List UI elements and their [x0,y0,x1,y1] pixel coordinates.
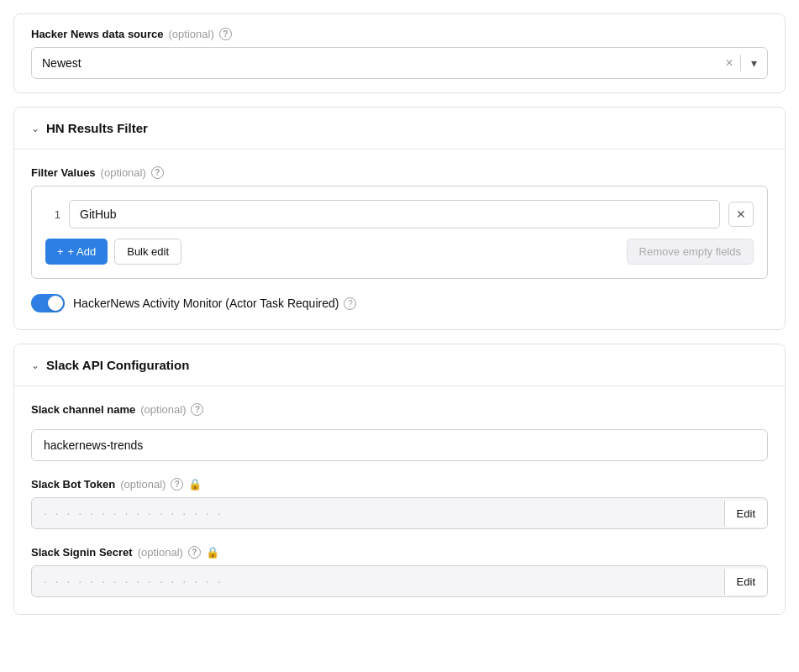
toggle-track [31,294,65,312]
hn-filter-section-title: HN Results Filter [46,121,148,135]
add-filter-button[interactable]: + + Add [45,239,108,265]
filter-actions: + + Add Bulk edit Remove empty fields [45,239,754,265]
hn-results-filter-header: ⌄ HN Results Filter [14,108,785,150]
datasource-optional: (optional) [169,28,214,40]
filter-actions-left: + + Add Bulk edit [45,239,181,265]
filter-row: 1 ✕ [45,200,754,228]
filter-delete-icon: ✕ [736,207,746,221]
slack-signin-secret-label: Slack Signin Secret (optional) ? 🔒 [31,546,768,559]
activity-monitor-help-icon[interactable]: ? [344,297,356,310]
datasource-block: Hacker News data source (optional) ? New… [14,14,785,92]
remove-empty-button: Remove empty fields [627,239,754,265]
slack-signin-secret-dots: · · · · · · · · · · · · · · · · [32,566,724,596]
slack-channel-label-text: Slack channel name [31,403,135,416]
slack-signin-secret-lock-icon: 🔒 [206,546,219,559]
hn-filter-chevron-icon[interactable]: ⌄ [31,123,39,134]
filter-values-label-text: Filter Values [31,166,96,179]
slack-channel-help-icon[interactable]: ? [191,403,203,416]
datasource-label-text: Hacker News data source [31,28,164,40]
datasource-value: Newest [32,48,718,78]
slack-signin-secret-help-icon[interactable]: ? [188,546,201,559]
activity-monitor-label: HackerNews Activity Monitor (Actor Task … [73,297,356,310]
datasource-section: Hacker News data source (optional) ? New… [13,13,786,93]
slack-channel-optional: (optional) [140,403,186,416]
slack-bot-token-lock-icon: 🔒 [188,478,202,491]
slack-config-chevron-icon[interactable]: ⌄ [31,360,39,371]
filter-delete-button[interactable]: ✕ [728,202,754,227]
slack-signin-secret-field-block: Slack Signin Secret (optional) ? 🔒 · · ·… [31,546,768,597]
slack-bot-token-optional: (optional) [120,478,166,491]
slack-bot-token-edit-button[interactable]: Edit [724,501,767,527]
datasource-chevron-icon[interactable]: ▾ [741,50,767,76]
slack-config-section-title: Slack API Configuration [46,358,189,372]
slack-config-header: ⌄ Slack API Configuration [14,344,785,386]
slack-channel-field-block: Slack channel name (optional) ? [31,403,768,461]
activity-monitor-label-text: HackerNews Activity Monitor (Actor Task … [73,297,339,310]
slack-bot-token-dots: · · · · · · · · · · · · · · · · [32,498,724,528]
slack-channel-label: Slack channel name (optional) ? [31,403,768,416]
hn-results-filter-section: ⌄ HN Results Filter Filter Values (optio… [13,107,786,330]
filter-values-box: 1 ✕ + + Add Bulk edit Remove empty field… [31,186,768,279]
datasource-select[interactable]: Newest ✕ ▾ [31,47,768,79]
add-icon: + [57,245,64,258]
slack-signin-secret-edit-button[interactable]: Edit [724,569,767,595]
slack-bot-token-help-icon[interactable]: ? [171,478,183,491]
bulk-edit-button[interactable]: Bulk edit [114,239,181,265]
slack-bot-token-field-block: Slack Bot Token (optional) ? 🔒 · · · · ·… [31,478,768,529]
slack-bot-token-label-text: Slack Bot Token [31,478,115,491]
filter-row-num: 1 [45,208,60,221]
slack-signin-secret-input-wrapper: · · · · · · · · · · · · · · · · Edit [31,565,768,597]
slack-config-section: ⌄ Slack API Configuration Slack channel … [13,344,786,615]
slack-bot-token-label: Slack Bot Token (optional) ? 🔒 [31,478,768,491]
slack-signin-secret-optional: (optional) [138,546,183,559]
slack-signin-secret-label-text: Slack Signin Secret [31,546,133,559]
slack-config-body: Slack channel name (optional) ? Slack Bo… [14,386,785,614]
filter-values-optional: (optional) [101,166,146,179]
add-button-label: + Add [68,245,97,258]
slack-bot-token-input-wrapper: · · · · · · · · · · · · · · · · Edit [31,497,768,529]
slack-channel-input[interactable] [31,429,768,461]
activity-monitor-toggle[interactable] [31,294,65,312]
filter-values-label: Filter Values (optional) ? [31,166,768,179]
activity-monitor-toggle-row: HackerNews Activity Monitor (Actor Task … [31,294,768,312]
datasource-help-icon[interactable]: ? [219,28,232,40]
datasource-label: Hacker News data source (optional) ? [31,28,768,40]
filter-values-help-icon[interactable]: ? [151,166,164,179]
datasource-clear-icon[interactable]: ✕ [718,50,740,76]
filter-value-input[interactable] [69,200,720,228]
toggle-thumb [48,296,63,311]
hn-filter-body: Filter Values (optional) ? 1 ✕ + + Add B… [14,150,785,329]
